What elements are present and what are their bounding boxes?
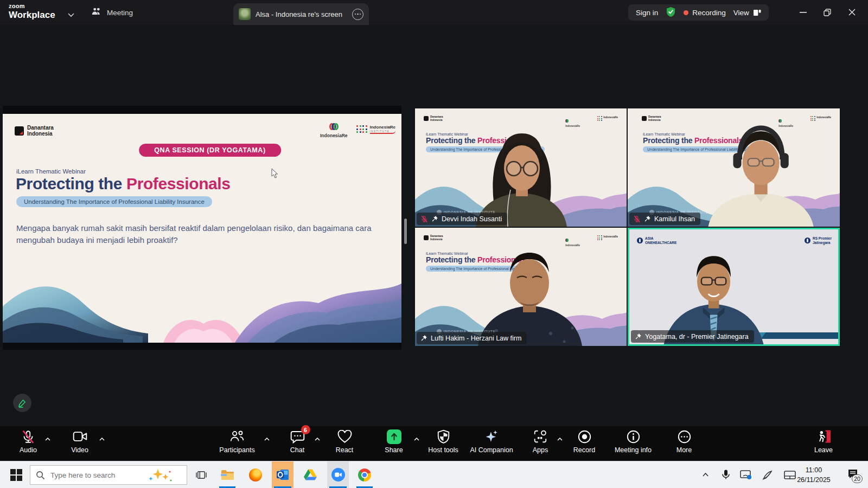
zoom-app-icon — [331, 468, 345, 481]
mouse-cursor — [271, 168, 278, 179]
file-explorer-button[interactable] — [217, 461, 238, 488]
apps-icon — [533, 429, 547, 444]
video-tile-devvi[interactable]: DanantaraIndonesia IndonesiaRe Indonesia… — [415, 108, 627, 227]
indonesiare-institute-logo: IndonesiaRe INSTITUTE — [356, 125, 395, 134]
tab-options-ellipsis-icon[interactable] — [352, 9, 363, 20]
screen-share-scrollbar[interactable] — [404, 219, 407, 244]
tab-shared-screen[interactable]: Alsa - Indonesia re's screen — [233, 3, 369, 25]
tray-mic-icon[interactable] — [717, 461, 735, 488]
clock-date: 26/11/2025 — [789, 475, 838, 485]
close-button[interactable] — [840, 0, 864, 24]
ai-companion-label: AI Companion — [470, 446, 513, 454]
taskbar-search[interactable] — [30, 465, 187, 485]
pencil-icon — [17, 398, 27, 408]
start-button[interactable] — [4, 461, 28, 488]
video-camera-icon — [73, 430, 87, 443]
zoom-app-button[interactable] — [327, 461, 349, 488]
video-tile-yogatama[interactable]: ASIAONEHEALTHCARE RS PremierJatinegara — [628, 228, 840, 346]
qna-session-pill: QNA SESSION (DR YOGATAMA) — [139, 144, 281, 157]
host-tools-label: Host tools — [428, 446, 458, 454]
tray-pen-icon[interactable] — [758, 461, 777, 488]
zoom-meeting-window: zoom Workplace Meeting Alsa - Indonesia … — [0, 0, 868, 488]
wave-decoration — [3, 275, 401, 343]
view-layout-icon — [753, 9, 761, 16]
slide-eyebrow: iLearn Thematic Webinar — [16, 168, 86, 175]
workspace-chevron-down-icon[interactable] — [67, 10, 75, 20]
pin-icon — [644, 215, 651, 222]
taskbar-clock[interactable]: 11:00 26/11/2025 — [789, 465, 838, 485]
leave-door-icon — [816, 429, 831, 444]
institute-dots-icon — [356, 125, 368, 134]
tab-shared-screen-label: Alsa - Indonesia re's screen — [256, 10, 347, 18]
recording-indicator[interactable]: Recording — [684, 9, 726, 17]
google-drive-icon — [304, 469, 317, 480]
windows-logo-icon — [10, 469, 22, 481]
brand-zoom-text: zoom — [9, 3, 55, 9]
outlook-button[interactable] — [272, 461, 293, 488]
participants-button[interactable]: Participants — [207, 428, 267, 454]
danantara-logo: Danantara Indonesia — [15, 125, 54, 137]
more-label: More — [676, 446, 692, 454]
participant-name: Yogatama, dr - Premier Jatinegara — [645, 333, 749, 341]
indonesiare-logo: IndonesiaRe — [320, 123, 348, 138]
record-label: Record — [573, 446, 595, 454]
notification-center-button[interactable]: 20 — [842, 461, 864, 488]
task-view-icon — [196, 470, 207, 480]
clock-time: 11:00 — [789, 465, 838, 475]
share-label: Share — [385, 446, 403, 454]
taskbar-search-input[interactable] — [49, 471, 142, 480]
outlook-icon — [276, 468, 290, 481]
task-view-button[interactable] — [191, 461, 212, 488]
participant-video-lufti — [415, 228, 627, 346]
minimize-button[interactable] — [791, 0, 815, 24]
chat-label: Chat — [290, 446, 304, 454]
video-options-chevron[interactable] — [99, 434, 105, 444]
pin-icon — [635, 333, 642, 340]
notification-count-badge: 20 — [852, 474, 863, 483]
audio-label: Audio — [20, 446, 37, 454]
share-screen-icon — [387, 429, 401, 444]
encryption-shield-icon[interactable] — [666, 7, 676, 19]
firefox-icon — [249, 468, 262, 481]
more-button[interactable]: More — [654, 428, 714, 454]
danantara-line2: Indonesia — [27, 131, 54, 137]
leave-button[interactable]: Leave — [794, 428, 853, 454]
file-explorer-icon — [221, 470, 234, 480]
slide-title-blue: Protecting the — [16, 175, 122, 192]
tab-meeting[interactable]: Meeting — [91, 4, 133, 21]
chrome-button[interactable] — [354, 461, 375, 488]
participants-icon — [229, 429, 245, 444]
pin-icon — [431, 215, 438, 222]
participant-name-bar: Devvi Indah Susanti — [417, 213, 507, 225]
copilot-sparkles-icon[interactable] — [146, 467, 173, 483]
google-drive-button[interactable] — [300, 461, 321, 488]
more-ellipsis-icon — [677, 429, 692, 444]
participant-name-bar: Kamilul Ihsan — [629, 213, 700, 225]
info-icon — [626, 429, 641, 444]
apps-label: Apps — [533, 446, 548, 454]
chat-unread-badge: 6 — [301, 425, 310, 434]
sign-in-button[interactable]: Sign in — [636, 9, 658, 17]
ai-companion-sparkle-icon — [484, 429, 499, 444]
meeting-info-label: Meeting info — [615, 446, 652, 454]
recording-label: Recording — [692, 9, 726, 17]
tray-cast-icon[interactable] — [737, 461, 755, 488]
indonesiare-rings-icon — [320, 123, 348, 132]
pin-icon — [420, 335, 427, 342]
video-tile-kamilul[interactable]: DanantaraIndonesia IndonesiaRe Indonesia… — [628, 108, 840, 227]
meeting-status-bar: Sign in Recording View — [628, 4, 769, 21]
react-label: React — [336, 446, 354, 454]
annotate-button[interactable] — [13, 394, 31, 412]
participant-name-bar: Yogatama, dr - Premier Jatinegara — [631, 330, 754, 343]
host-tools-shield-icon — [437, 429, 450, 444]
muted-mic-icon — [633, 215, 641, 223]
restore-button[interactable] — [815, 0, 839, 24]
firefox-button[interactable] — [245, 461, 266, 488]
video-tile-lufti[interactable]: DanantaraIndonesia IndonesiaRe Indonesia… — [415, 228, 627, 346]
tray-expand-button[interactable] — [697, 461, 714, 488]
video-label: Video — [71, 446, 88, 454]
recording-dot-icon — [684, 10, 688, 15]
view-button[interactable]: View — [733, 9, 761, 17]
search-icon — [36, 471, 45, 480]
slide-title: Protecting the Professionals — [16, 175, 231, 193]
